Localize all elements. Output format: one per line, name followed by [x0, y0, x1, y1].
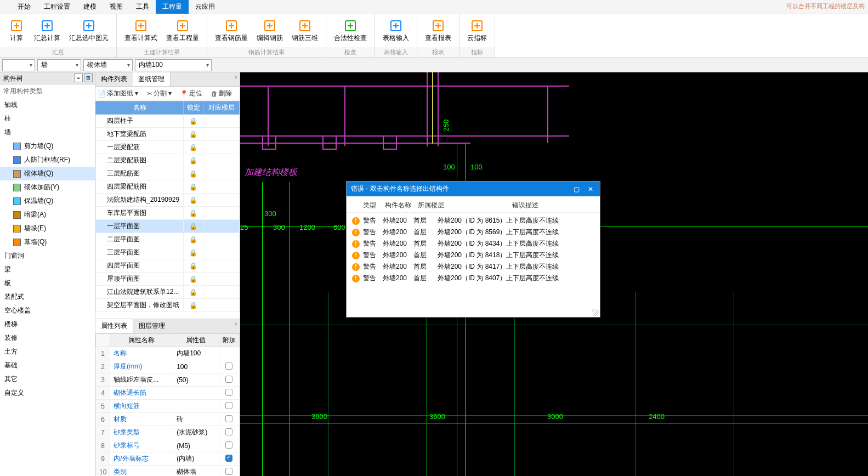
property-row[interactable]: 7砂浆类型(水泥砂浆) [96, 426, 240, 439]
table-row[interactable]: 地下室梁配筋🔒 [96, 128, 240, 141]
tree-item[interactable]: 其它 [0, 372, 95, 386]
tree-item[interactable]: 空心楼盖 [0, 304, 95, 318]
table-row[interactable]: 一层梁配筋🔒 [96, 141, 240, 154]
tree-item[interactable]: 暗梁(A) [0, 208, 95, 222]
toolbar-分割[interactable]: ✂分割 ▾ [147, 89, 172, 98]
ribbon-validity[interactable]: 合法性检查 [330, 17, 371, 45]
property-row[interactable]: 2厚度(mm)100 [96, 360, 240, 373]
resize-grip-icon[interactable] [592, 309, 599, 316]
error-row[interactable]: !警告外墙200首层外墙200（ID 为 8418）上下层高度不连续 [347, 250, 600, 261]
menu-item[interactable]: 视图 [103, 0, 129, 14]
table-row[interactable]: 二层梁配筋图🔒 [96, 154, 240, 167]
table-row[interactable]: 法院新建结构_20190929🔒 [96, 194, 240, 207]
drawing-canvas[interactable]: 加建结构楼板 300 25 300 1200 600 250 100 100 3… [240, 72, 868, 476]
property-row[interactable]: 10类别砌体墙 [96, 466, 240, 477]
table-row[interactable]: 二层平面图🔒 [96, 233, 240, 246]
checkbox[interactable] [225, 362, 232, 370]
table-row[interactable]: 三层平面图🔒 [96, 246, 240, 259]
tree-item[interactable]: 楼梯 [0, 318, 95, 331]
view-list-icon[interactable]: ≡ [74, 73, 83, 82]
property-row[interactable]: 9内/外墙标志(内墙) [96, 452, 240, 466]
checkbox[interactable] [225, 402, 232, 409]
property-row[interactable]: 6材质砖 [96, 413, 240, 426]
error-row[interactable]: !警告外墙200首层外墙200（ID 为 8615）上下层高度不连续 [347, 215, 600, 226]
tree-item[interactable]: 幕墙(Q) [0, 235, 95, 249]
tree-item[interactable]: 梁 [0, 263, 95, 276]
tree-item[interactable]: 保温墙(Q) [0, 194, 95, 208]
tree-item[interactable]: 板 [0, 276, 95, 290]
property-row[interactable]: 1名称内墙100 [96, 347, 240, 360]
property-row[interactable]: 5横向短筋 [96, 400, 240, 413]
table-row[interactable]: 车库层平面图🔒 [96, 207, 240, 220]
menu-item[interactable]: 开始 [11, 0, 37, 14]
tree-item[interactable]: 自定义 [0, 386, 95, 400]
ribbon-view-formula[interactable]: 查看计算式 [120, 17, 162, 45]
tree-item[interactable]: 砌体墙(Q) [0, 167, 95, 180]
tree-item[interactable]: 门窗洞 [0, 249, 95, 263]
table-row[interactable]: 四层柱子🔒 [96, 115, 240, 128]
toolbar-添加图纸[interactable]: 📄添加图纸 ▾ [98, 89, 138, 98]
menu-item[interactable]: 云应用 [189, 0, 222, 14]
error-row[interactable]: !警告外墙200首层外墙200（ID 为 8407）上下层高度不连续 [347, 273, 600, 284]
property-row[interactable]: 4砌体通长筋 [96, 387, 240, 400]
dropdown-component[interactable]: 内墙100 [135, 59, 212, 71]
tab[interactable]: 图层管理 [133, 319, 171, 333]
ribbon-edit-rebar[interactable]: 编辑钢筋 [252, 17, 287, 45]
ribbon-calc[interactable]: 计算 [3, 17, 30, 45]
dropdown-type[interactable]: 砌体墙 [83, 59, 133, 71]
error-row[interactable]: !警告外墙200首层外墙200（ID 为 8434）上下层高度不连续 [347, 238, 600, 250]
property-row[interactable]: 8砂浆标号(M5) [96, 439, 240, 452]
tab[interactable]: 图纸管理 [133, 72, 171, 86]
ribbon-table-input[interactable]: 表格输入 [378, 17, 413, 45]
ribbon-view-qty[interactable]: 查看工程量 [162, 17, 203, 45]
tree-item[interactable]: 剪力墙(Q) [0, 139, 95, 153]
property-row[interactable]: 3轴线距左墙皮...(50) [96, 373, 240, 387]
toolbar-定位[interactable]: 📍定位 [180, 89, 202, 98]
menu-item[interactable]: 工程设置 [37, 0, 77, 14]
ribbon-sum-select[interactable]: 汇总选中图元 [65, 17, 113, 45]
menu-item[interactable]: 工具 [129, 0, 156, 14]
error-row[interactable]: !警告外墙200首层外墙200（ID 为 8417）上下层高度不连续 [347, 261, 600, 273]
tree-item[interactable]: 基础 [0, 359, 95, 372]
close-icon[interactable]: × [234, 321, 237, 327]
table-row[interactable]: 架空层平面图，修改图纸🔒 [96, 299, 240, 312]
tree-item[interactable]: 装修 [0, 331, 95, 345]
table-row[interactable]: 三层配筋图🔒 [96, 167, 240, 180]
tree-item[interactable]: 人防门框墙(RF) [0, 153, 95, 167]
checkbox[interactable] [225, 415, 232, 422]
checkbox[interactable] [225, 428, 232, 435]
tree-item[interactable]: 轴线 [0, 98, 95, 112]
checkbox[interactable] [225, 389, 232, 396]
table-row[interactable]: 屋顶平面图🔒 [96, 273, 240, 286]
dialog-titlebar[interactable]: 错误 - 双击构件名称选择出错构件 ▢ ✕ [347, 182, 600, 196]
dropdown-category[interactable]: 墙 [37, 59, 81, 71]
view-grid-icon[interactable]: ⊞ [84, 73, 93, 82]
close-icon[interactable]: × [234, 75, 237, 81]
ribbon-view-rebar[interactable]: 查看钢筋量 [211, 17, 252, 45]
tree-item[interactable]: 墙垛(E) [0, 222, 95, 235]
tree-item[interactable]: 装配式 [0, 290, 95, 304]
tree-item[interactable]: 墙 [0, 126, 95, 139]
menu-item[interactable]: 建模 [77, 0, 103, 14]
tree-item[interactable]: 砌体加筋(Y) [0, 180, 95, 194]
table-row[interactable]: 一层平面图🔒 [96, 220, 240, 233]
tree-item[interactable]: 柱 [0, 112, 95, 126]
ribbon-sum-calc[interactable]: 汇总计算 [30, 17, 65, 45]
ribbon-cloud-index[interactable]: 云指标 [463, 17, 491, 45]
ribbon-rebar-3d[interactable]: 钢筋三维 [287, 17, 322, 45]
tab[interactable]: 属性列表 [95, 319, 133, 333]
table-row[interactable]: 四层梁配筋图🔒 [96, 180, 240, 194]
minimize-icon[interactable]: ▢ [571, 185, 581, 193]
ribbon-view-report[interactable]: 查看报表 [421, 17, 456, 45]
tree-item[interactable]: 土方 [0, 345, 95, 359]
checkbox[interactable] [225, 441, 232, 449]
table-row[interactable]: 江山法院建筑联系单12...🔒 [96, 286, 240, 299]
checkbox[interactable] [225, 468, 232, 475]
table-row[interactable]: 四层平面图🔒 [96, 259, 240, 273]
checkbox[interactable] [225, 455, 232, 462]
close-icon[interactable]: ✕ [586, 185, 595, 193]
tab[interactable]: 构件列表 [95, 72, 133, 86]
checkbox[interactable] [225, 376, 232, 383]
dropdown-1[interactable] [2, 59, 35, 71]
error-row[interactable]: !警告外墙200首层外墙200（ID 为 8569）上下层高度不连续 [347, 226, 600, 238]
